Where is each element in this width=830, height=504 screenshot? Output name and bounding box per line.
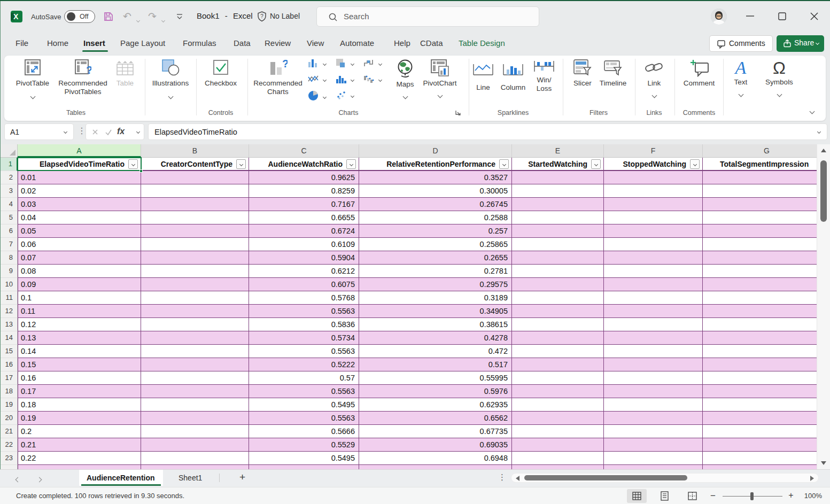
cell-F6[interactable] (604, 224, 703, 237)
sensitivity-label[interactable]: No Label (270, 12, 300, 20)
sheet-nav-right-icon[interactable] (37, 474, 43, 483)
cell-G9[interactable] (703, 265, 830, 277)
cell-B20[interactable] (141, 412, 249, 424)
tab-review[interactable]: Review (265, 38, 291, 48)
cell-F24[interactable] (604, 465, 703, 469)
cell-E10[interactable] (512, 278, 604, 291)
minimize-button[interactable] (738, 0, 763, 32)
cell-E6[interactable] (512, 224, 604, 237)
cell-A4[interactable]: 0.03 (18, 198, 141, 211)
row-header-2[interactable]: 2 (0, 171, 18, 184)
row-header-1[interactable]: 1 (0, 158, 18, 171)
area-chart-button[interactable] (335, 58, 354, 71)
cell-A2[interactable]: 0.01 (18, 171, 141, 184)
column-header-G[interactable]: G (703, 144, 830, 157)
cell-G21[interactable] (703, 425, 830, 438)
cell-B21[interactable] (141, 425, 249, 438)
checkbox-button[interactable]: Checkbox (202, 59, 239, 88)
cell-E19[interactable] (512, 398, 604, 411)
formula-input[interactable]: ElapsedVideoTimeRatio (148, 123, 827, 140)
cell-B7[interactable] (141, 238, 249, 251)
cell-B15[interactable] (141, 345, 249, 358)
row-header-17[interactable]: 17 (0, 371, 18, 385)
add-sheet-button[interactable]: + (239, 471, 245, 483)
row-header-21[interactable]: 21 (0, 425, 18, 438)
cell-A16[interactable]: 0.15 (18, 358, 141, 371)
charts-dialog-launcher-icon[interactable] (454, 109, 462, 119)
cell-B8[interactable] (141, 251, 249, 264)
cell-B6[interactable] (141, 224, 249, 237)
cell-E16[interactable] (512, 358, 604, 371)
zoom-slider-handle[interactable] (750, 492, 754, 500)
ribbon-collapse-chevron-icon[interactable] (810, 106, 814, 115)
share-button[interactable]: Share (777, 35, 824, 52)
pivottable-button[interactable]: PivotTable (14, 59, 51, 100)
cell-G11[interactable] (703, 291, 830, 304)
cell-G19[interactable] (703, 398, 830, 411)
cell-C16[interactable]: 0.5222 (249, 358, 359, 371)
column-header-C[interactable]: C (249, 144, 359, 157)
row-header-18[interactable]: 18 (0, 385, 18, 398)
cell-E13[interactable] (512, 318, 604, 331)
cell-D5[interactable]: 0.2588 (359, 211, 512, 224)
cell-A13[interactable]: 0.12 (18, 318, 141, 331)
cell-F12[interactable] (604, 305, 703, 317)
cell-C6[interactable]: 0.6724 (249, 224, 359, 237)
cell-G13[interactable] (703, 318, 830, 331)
pie-chart-button[interactable] (307, 90, 326, 104)
filter-button[interactable] (591, 159, 601, 169)
hscroll-left-icon[interactable] (516, 476, 519, 481)
cell-B12[interactable] (141, 305, 249, 317)
cell-G16[interactable] (703, 358, 830, 371)
row-header-15[interactable]: 15 (0, 345, 18, 358)
cell-D21[interactable]: 0.67735 (359, 425, 512, 438)
cell-A23[interactable]: 0.22 (18, 452, 141, 464)
table-header-cell[interactable]: TotalSegmentImpression (703, 158, 830, 171)
cell-F15[interactable] (604, 345, 703, 358)
sheet-tab-sheet1[interactable]: Sheet1 (170, 470, 216, 486)
cell-B10[interactable] (141, 278, 249, 291)
cell-F19[interactable] (604, 398, 703, 411)
normal-view-button[interactable] (627, 489, 647, 503)
undo-icon[interactable]: ↶ (123, 10, 131, 22)
cell-B24[interactable] (141, 465, 249, 469)
cell-A7[interactable]: 0.06 (18, 238, 141, 251)
illustrations-button[interactable]: Illustrations (149, 59, 192, 100)
column-header-E[interactable]: E (512, 144, 604, 157)
tab-help[interactable]: Help (394, 38, 410, 48)
cell-F17[interactable] (604, 371, 703, 384)
sheet-nav-left-icon[interactable] (16, 474, 21, 483)
cell-F10[interactable] (604, 278, 703, 291)
cell-E12[interactable] (512, 305, 604, 317)
cell-F9[interactable] (604, 265, 703, 277)
cell-E21[interactable] (512, 425, 604, 438)
cell-E22[interactable] (512, 438, 604, 451)
row-header-4[interactable]: 4 (0, 198, 18, 211)
tab-cdata[interactable]: CData (420, 38, 443, 48)
tab-bar-dots-icon[interactable]: ⋮ (498, 472, 506, 482)
cell-C5[interactable]: 0.6655 (249, 211, 359, 224)
cell-E7[interactable] (512, 238, 604, 251)
cell-G3[interactable] (703, 184, 830, 197)
filter-button[interactable] (690, 159, 700, 169)
cell-B9[interactable] (141, 265, 249, 277)
cell-C18[interactable]: 0.5563 (249, 385, 359, 398)
tab-insert[interactable]: Insert (83, 38, 105, 48)
cell-A9[interactable]: 0.08 (18, 265, 141, 277)
row-header-5[interactable]: 5 (0, 211, 18, 224)
cell-D7[interactable]: 0.25865 (359, 238, 512, 251)
row-header-8[interactable]: 8 (0, 251, 18, 265)
cell-C9[interactable]: 0.6212 (249, 265, 359, 277)
cell-D20[interactable]: 0.6562 (359, 412, 512, 424)
tab-home[interactable]: Home (47, 38, 68, 48)
sparkline-line-button[interactable]: Line (468, 59, 498, 92)
cell-D3[interactable]: 0.30005 (359, 184, 512, 197)
cell-B2[interactable] (141, 171, 249, 184)
table-header-cell[interactable]: AudienceWatchRatio (249, 158, 359, 171)
cell-E4[interactable] (512, 198, 604, 211)
cell-E9[interactable] (512, 265, 604, 277)
recommended-charts-button[interactable]: ? RecommendedCharts (252, 59, 304, 96)
row-header-13[interactable]: 13 (0, 318, 18, 331)
cell-C10[interactable]: 0.6075 (249, 278, 359, 291)
close-button[interactable] (802, 0, 830, 32)
